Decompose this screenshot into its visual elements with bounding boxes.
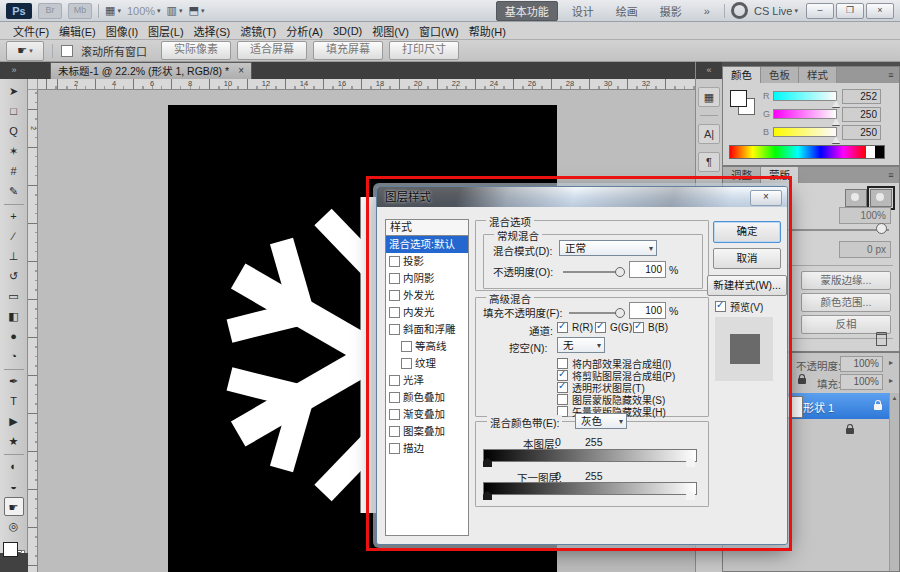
- red-value[interactable]: 252: [842, 89, 881, 104]
- panel-menu-icon[interactable]: ≡: [883, 67, 899, 83]
- tool-type[interactable]: T: [4, 392, 24, 411]
- cs-live-menu[interactable]: CS Live▾: [754, 5, 798, 17]
- tool-zoom[interactable]: ◎: [4, 517, 24, 536]
- tool-crop[interactable]: #: [4, 162, 24, 181]
- hand-tool-chip[interactable]: ☛▾: [6, 41, 44, 61]
- menu-window[interactable]: 窗口(W): [414, 23, 464, 39]
- menu-help[interactable]: 帮助(H): [464, 23, 511, 39]
- vector-mask-icon[interactable]: [870, 189, 892, 207]
- bridge-icon[interactable]: Br: [38, 3, 62, 19]
- view-extras-icon[interactable]: ▦▾: [105, 4, 121, 17]
- scroll-up-icon[interactable]: ▲: [892, 395, 898, 401]
- workspace-photography[interactable]: 摄影: [652, 2, 690, 20]
- tab-color[interactable]: 颜色: [723, 67, 761, 83]
- menu-image[interactable]: 图像(I): [101, 23, 143, 39]
- menu-filter[interactable]: 滤镜(T): [235, 23, 281, 39]
- menu-analysis[interactable]: 分析(A): [281, 23, 328, 39]
- tool-custom-shape[interactable]: ★: [4, 432, 24, 451]
- menu-view[interactable]: 视图(V): [367, 23, 414, 39]
- tool-eraser[interactable]: ▭: [4, 287, 24, 306]
- minimize-button[interactable]: –: [806, 3, 834, 19]
- blue-slider[interactable]: [773, 127, 837, 137]
- menu-layer[interactable]: 图层(L): [143, 23, 188, 39]
- green-slider[interactable]: [773, 109, 837, 119]
- tool-marquee[interactable]: □: [4, 102, 24, 121]
- black-swatch[interactable]: [875, 146, 884, 158]
- tool-hand[interactable]: ☛: [4, 497, 24, 516]
- tool-dodge[interactable]: ◔: [4, 347, 24, 366]
- arrange-documents-icon[interactable]: ▥▾: [167, 4, 183, 17]
- tool-3d-orbit[interactable]: ◒: [4, 477, 24, 496]
- menu-edit[interactable]: 编辑(E): [54, 23, 101, 39]
- actual-pixels-button[interactable]: 实际像素: [161, 41, 231, 60]
- fill-screen-button[interactable]: 填充屏幕: [313, 41, 383, 60]
- opacity-spinner-icon[interactable]: ▸: [889, 358, 893, 367]
- document-tab[interactable]: 未标题-1 @ 22.2% (形状 1, RGB/8) * ×: [50, 62, 252, 79]
- workspace-essentials[interactable]: 基本功能: [496, 1, 558, 21]
- green-channel-label: G: [763, 109, 773, 119]
- scroll-all-windows-checkbox[interactable]: [61, 45, 73, 57]
- pixel-mask-icon[interactable]: [845, 189, 867, 207]
- print-size-button[interactable]: 打印尺寸: [389, 41, 459, 60]
- close-button[interactable]: ×: [866, 3, 894, 19]
- mask-feather-value[interactable]: 0 px: [839, 241, 891, 258]
- slider-knob[interactable]: [832, 118, 840, 125]
- character-panel-icon[interactable]: A|: [698, 124, 720, 144]
- fill-spinner-icon[interactable]: ▸: [889, 376, 893, 385]
- tool-history-brush[interactable]: ↺: [4, 267, 24, 286]
- foreground-color-swatch[interactable]: [3, 542, 18, 557]
- layers-scrollbar[interactable]: ▲: [889, 393, 899, 571]
- swatches-panel-icon[interactable]: ▦: [698, 87, 720, 107]
- tab-swatches[interactable]: 色板: [761, 67, 799, 83]
- restore-button[interactable]: ❐: [836, 3, 864, 19]
- delete-mask-icon[interactable]: [876, 332, 887, 346]
- tab-styles[interactable]: 样式: [799, 67, 837, 83]
- screen-mode-icon[interactable]: ⬒▾: [189, 4, 205, 17]
- tool-magic-wand[interactable]: ✶: [4, 142, 24, 161]
- tool-options-bar: ☛▾ 滚动所有窗口 实际像素 适合屏幕 填充屏幕 打印尺寸: [0, 40, 900, 62]
- dock-expand-arrow[interactable]: «: [696, 62, 722, 79]
- fit-screen-button[interactable]: 适合屏幕: [237, 41, 307, 60]
- tool-clone-stamp[interactable]: ⊥: [4, 247, 24, 266]
- density-slider-knob[interactable]: [876, 223, 887, 234]
- tool-pen[interactable]: ✒: [4, 372, 24, 391]
- menu-3d[interactable]: 3D(D): [328, 25, 367, 37]
- menu-file[interactable]: 文件(F): [8, 23, 54, 39]
- menu-select[interactable]: 选择(S): [189, 23, 236, 39]
- tab-close-icon[interactable]: ×: [238, 63, 244, 79]
- tool-brush[interactable]: ∕: [4, 227, 24, 246]
- tool-eyedropper[interactable]: ✎: [4, 182, 24, 201]
- tool-3d-rotate[interactable]: ◐: [4, 457, 24, 476]
- foreground-color-swatch[interactable]: [730, 90, 747, 107]
- red-slider[interactable]: [773, 91, 837, 101]
- tool-blur[interactable]: ●: [4, 327, 24, 346]
- mask-edge-button[interactable]: 蒙版边缘...: [801, 271, 891, 290]
- color-ramp[interactable]: [729, 145, 885, 159]
- workspace-overflow[interactable]: »: [696, 4, 718, 18]
- ruler-labels: 24681012141618202224: [28, 109, 38, 147]
- paragraph-panel-icon[interactable]: ¶: [698, 152, 720, 172]
- blue-value[interactable]: 250: [842, 125, 881, 140]
- color-range-button[interactable]: 颜色范围...: [801, 293, 891, 312]
- lock-icon[interactable]: [798, 378, 806, 384]
- panel-menu-icon[interactable]: ≡: [883, 167, 899, 183]
- green-value[interactable]: 250: [842, 107, 881, 122]
- fill-value[interactable]: 100%: [840, 374, 883, 390]
- ruler-label: 22: [437, 79, 475, 88]
- tool-gradient[interactable]: ◧: [4, 307, 24, 326]
- spectrum-gradient[interactable]: [730, 146, 866, 158]
- tool-move[interactable]: ➤: [4, 82, 24, 101]
- tool-lasso[interactable]: Q: [4, 122, 24, 141]
- slider-knob[interactable]: [832, 100, 840, 107]
- workspace-design[interactable]: 设计: [564, 2, 602, 20]
- white-swatch[interactable]: [866, 146, 875, 158]
- mini-bridge-icon[interactable]: Mb: [68, 3, 92, 19]
- tool-path-selection[interactable]: ▶: [4, 412, 24, 431]
- mask-density-value[interactable]: 100%: [839, 207, 891, 224]
- tool-healing-brush[interactable]: +: [4, 207, 24, 226]
- toolbar-collapse-arrow[interactable]: »: [0, 62, 28, 79]
- zoom-level-control[interactable]: 100%▾: [127, 5, 161, 17]
- opacity-value[interactable]: 100%: [840, 356, 883, 372]
- workspace-painting[interactable]: 绘画: [608, 2, 646, 20]
- slider-knob[interactable]: [832, 136, 840, 143]
